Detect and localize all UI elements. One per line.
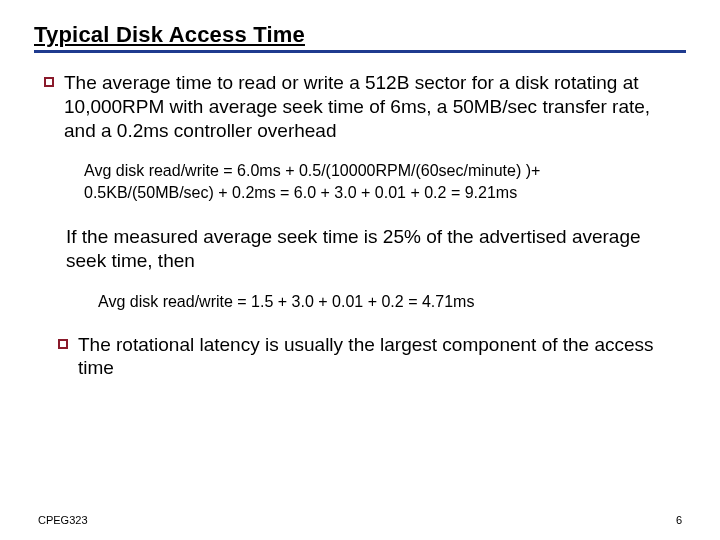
square-bullet-icon: [58, 339, 68, 349]
paragraph-2: If the measured average seek time is 25%…: [66, 225, 676, 273]
footer-right: 6: [676, 514, 682, 526]
square-bullet-icon: [44, 77, 54, 87]
footer-left: CPEG323: [38, 514, 88, 526]
calculation-block-2: Avg disk read/write = 1.5 + 3.0 + 0.01 +…: [98, 291, 676, 313]
paragraph-1: The average time to read or write a 512B…: [64, 71, 676, 142]
slide-content: The average time to read or write a 512B…: [0, 53, 720, 380]
slide-footer: CPEG323 6: [38, 514, 682, 526]
calc1-line1: Avg disk read/write = 6.0ms + 0.5/(10000…: [84, 160, 676, 182]
bullet-item-2: The rotational latency is usually the la…: [58, 333, 676, 381]
slide-title: Typical Disk Access Time: [34, 22, 305, 47]
calc1-line2: 0.5KB/(50MB/sec) + 0.2ms = 6.0 + 3.0 + 0…: [84, 182, 676, 204]
bullet-item-1: The average time to read or write a 512B…: [44, 71, 676, 142]
calculation-block-1: Avg disk read/write = 6.0ms + 0.5/(10000…: [84, 160, 676, 203]
paragraph-3: The rotational latency is usually the la…: [78, 333, 676, 381]
slide-title-bar: Typical Disk Access Time: [34, 22, 686, 53]
